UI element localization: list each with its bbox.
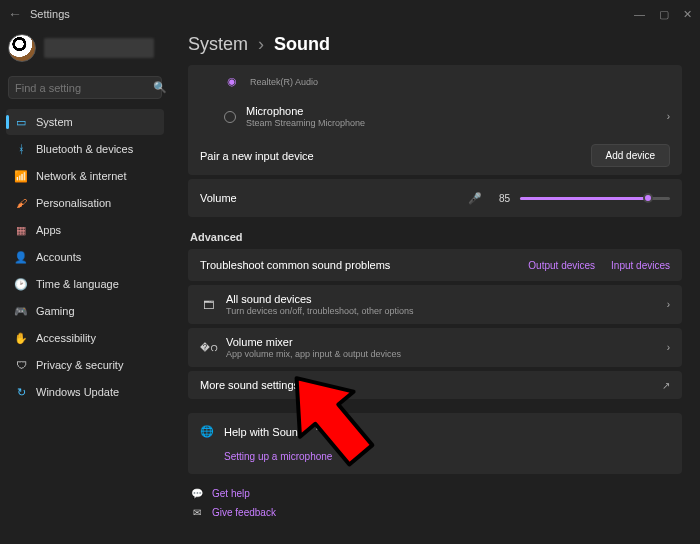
more-sound-settings-row[interactable]: More sound settings ↗ xyxy=(188,371,682,399)
nav-icon: ᚼ xyxy=(14,142,28,156)
chevron-right-icon: › xyxy=(667,111,670,122)
volume-label: Volume xyxy=(200,192,237,204)
feedback-label: Give feedback xyxy=(212,507,276,518)
profile[interactable] xyxy=(6,32,164,70)
sidebar-item-personalisation[interactable]: 🖌Personalisation xyxy=(6,190,164,216)
nav-icon: ✋ xyxy=(14,331,28,345)
row-desc: App volume mix, app input & output devic… xyxy=(226,349,657,359)
get-help-link[interactable]: 💬 Get help xyxy=(190,484,682,503)
sidebar-item-label: Time & language xyxy=(36,278,119,290)
sidebar-item-bluetooth-devices[interactable]: ᚼBluetooth & devices xyxy=(6,136,164,162)
section-advanced: Advanced xyxy=(190,231,682,243)
minimize-button[interactable]: — xyxy=(634,8,645,21)
breadcrumb-parent[interactable]: System xyxy=(188,34,248,55)
sidebar-item-network-internet[interactable]: 📶Network & internet xyxy=(6,163,164,189)
sidebar-item-accounts[interactable]: 👤Accounts xyxy=(6,244,164,270)
sidebar-item-label: Network & internet xyxy=(36,170,126,182)
sidebar-item-label: Accessibility xyxy=(36,332,96,344)
sidebar-item-label: Personalisation xyxy=(36,197,111,209)
radio-unchecked-icon[interactable] xyxy=(224,111,236,123)
sidebar: 🔍 ▭SystemᚼBluetooth & devices📶Network & … xyxy=(0,28,170,544)
feedback-icon: ✉ xyxy=(190,507,204,518)
chevron-right-icon: › xyxy=(258,34,264,55)
nav-list: ▭SystemᚼBluetooth & devices📶Network & in… xyxy=(6,109,164,405)
device-title: Microphone xyxy=(246,105,657,117)
output-devices-link[interactable]: Output devices xyxy=(528,260,595,271)
help-link-microphone[interactable]: Setting up a microphone xyxy=(224,451,332,462)
footer-links: 💬 Get help ✉ Give feedback xyxy=(188,484,682,522)
avatar xyxy=(8,34,36,62)
help-header[interactable]: 🌐 Help with Sound ⌃ xyxy=(188,413,682,450)
nav-icon: 🖌 xyxy=(14,196,28,210)
sidebar-item-accessibility[interactable]: ✋Accessibility xyxy=(6,325,164,351)
app-title: Settings xyxy=(30,8,70,20)
devices-icon: 🗔 xyxy=(200,297,216,313)
row-desc: Turn devices on/off, troubleshoot, other… xyxy=(226,306,657,316)
chevron-right-icon: › xyxy=(667,342,670,353)
input-devices-link[interactable]: Input devices xyxy=(611,260,670,271)
row-title: All sound devices xyxy=(226,293,657,305)
help-title: Help with Sound xyxy=(224,426,304,438)
mixer-icon: �റ xyxy=(200,340,216,356)
chat-icon: 💬 xyxy=(190,488,204,499)
nav-icon: 🛡 xyxy=(14,358,28,372)
search-input[interactable] xyxy=(15,82,153,94)
pair-label: Pair a new input device xyxy=(200,150,581,162)
add-device-button[interactable]: Add device xyxy=(591,144,670,167)
nav-icon: 🎮 xyxy=(14,304,28,318)
window-controls: — ▢ ✕ xyxy=(634,8,692,21)
row-title: More sound settings xyxy=(200,379,652,391)
volume-slider[interactable] xyxy=(520,191,670,205)
microphone-icon[interactable]: 🎤 xyxy=(468,192,482,205)
nav-icon: 🕑 xyxy=(14,277,28,291)
sidebar-item-label: System xyxy=(36,116,73,128)
search-icon: 🔍 xyxy=(153,81,167,94)
sidebar-item-label: Privacy & security xyxy=(36,359,123,371)
radio-checked-icon[interactable]: ◉ xyxy=(224,73,240,89)
nav-icon: 📶 xyxy=(14,169,28,183)
profile-name-redacted xyxy=(44,38,154,58)
sidebar-item-privacy-security[interactable]: 🛡Privacy & security xyxy=(6,352,164,378)
row-title: Volume mixer xyxy=(226,336,657,348)
input-devices-card: ◉ Realtek(R) Audio Microphone Steam Stre… xyxy=(188,65,682,175)
volume-card: Volume 🎤 85 xyxy=(188,179,682,217)
sidebar-item-label: Apps xyxy=(36,224,61,236)
troubleshoot-card: Troubleshoot common sound problems Outpu… xyxy=(188,249,682,281)
sidebar-item-system[interactable]: ▭System xyxy=(6,109,164,135)
device-desc: Steam Streaming Microphone xyxy=(246,118,657,128)
external-link-icon: ↗ xyxy=(662,380,670,391)
back-icon[interactable]: ← xyxy=(8,6,22,22)
give-feedback-link[interactable]: ✉ Give feedback xyxy=(190,503,682,522)
sidebar-item-apps[interactable]: ▦Apps xyxy=(6,217,164,243)
chevron-up-icon: ⌃ xyxy=(314,425,323,438)
sidebar-item-label: Windows Update xyxy=(36,386,119,398)
sidebar-item-time-language[interactable]: 🕑Time & language xyxy=(6,271,164,297)
volume-mixer-row[interactable]: �റ Volume mixer App volume mix, app inpu… xyxy=(188,328,682,367)
nav-icon: ▦ xyxy=(14,223,28,237)
input-device-row[interactable]: Microphone Steam Streaming Microphone › xyxy=(188,97,682,136)
sidebar-item-label: Bluetooth & devices xyxy=(36,143,133,155)
pair-device-row: Pair a new input device Add device xyxy=(188,136,682,175)
nav-icon: ↻ xyxy=(14,385,28,399)
get-help-label: Get help xyxy=(212,488,250,499)
volume-value: 85 xyxy=(492,193,510,204)
search-box[interactable]: 🔍 xyxy=(8,76,162,99)
device-desc: Realtek(R) Audio xyxy=(250,77,670,87)
sidebar-item-label: Gaming xyxy=(36,305,75,317)
input-device-row[interactable]: ◉ Realtek(R) Audio xyxy=(188,65,682,97)
nav-icon: ▭ xyxy=(14,115,28,129)
titlebar: ← Settings — ▢ ✕ xyxy=(0,0,700,28)
content: System › Sound ◉ Realtek(R) Audio Microp… xyxy=(170,28,700,544)
sidebar-item-windows-update[interactable]: ↻Windows Update xyxy=(6,379,164,405)
sidebar-item-label: Accounts xyxy=(36,251,81,263)
page-title: Sound xyxy=(274,34,330,55)
nav-icon: 👤 xyxy=(14,250,28,264)
maximize-button[interactable]: ▢ xyxy=(659,8,669,21)
close-button[interactable]: ✕ xyxy=(683,8,692,21)
all-devices-row[interactable]: 🗔 All sound devices Turn devices on/off,… xyxy=(188,285,682,324)
troubleshoot-label: Troubleshoot common sound problems xyxy=(200,259,512,271)
globe-icon: 🌐 xyxy=(200,425,214,438)
sidebar-item-gaming[interactable]: 🎮Gaming xyxy=(6,298,164,324)
breadcrumb: System › Sound xyxy=(188,34,682,55)
help-card: 🌐 Help with Sound ⌃ Setting up a microph… xyxy=(188,413,682,474)
